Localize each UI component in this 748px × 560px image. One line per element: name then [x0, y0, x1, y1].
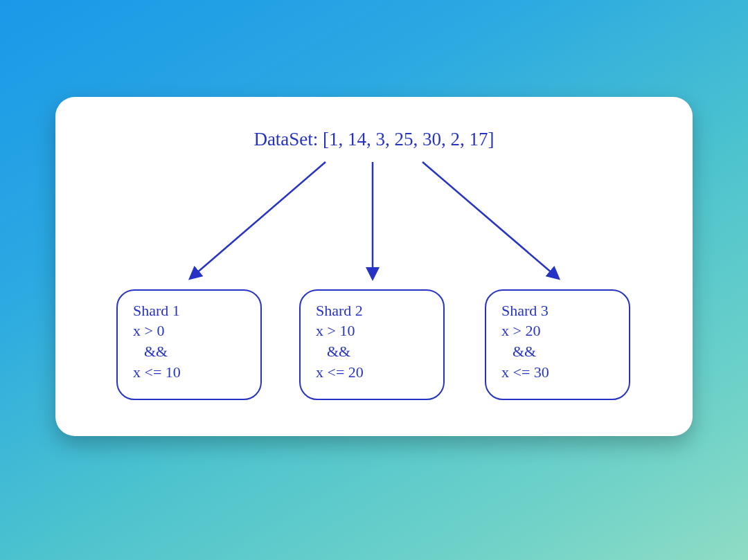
arrow-to-shard-1	[190, 162, 326, 278]
shard-3-box: Shard 3 x > 20 && x <= 30	[485, 289, 630, 400]
shard-2-op: &&	[316, 341, 431, 362]
shard-1-title: Shard 1	[133, 300, 248, 321]
shard-3-cond2: x <= 30	[501, 362, 616, 383]
diagram-card: DataSet: [1, 14, 3, 25, 30, 2, 17] Shard…	[55, 97, 693, 436]
shard-3-op: &&	[501, 341, 616, 362]
shard-1-cond1: x > 0	[133, 320, 248, 341]
shard-3-title: Shard 3	[501, 300, 616, 321]
shard-3-cond1: x > 20	[501, 320, 616, 341]
shard-1-op: &&	[133, 341, 248, 362]
shard-2-cond2: x <= 20	[316, 362, 431, 383]
shard-1-cond2: x <= 10	[133, 362, 248, 383]
shard-2-box: Shard 2 x > 10 && x <= 20	[299, 289, 445, 400]
shard-2-title: Shard 2	[316, 300, 431, 321]
arrow-to-shard-3	[422, 162, 558, 278]
dataset-label: DataSet: [1, 14, 3, 25, 30, 2, 17]	[55, 129, 693, 150]
shard-1-box: Shard 1 x > 0 && x <= 10	[116, 289, 262, 400]
shard-2-cond1: x > 10	[316, 320, 431, 341]
